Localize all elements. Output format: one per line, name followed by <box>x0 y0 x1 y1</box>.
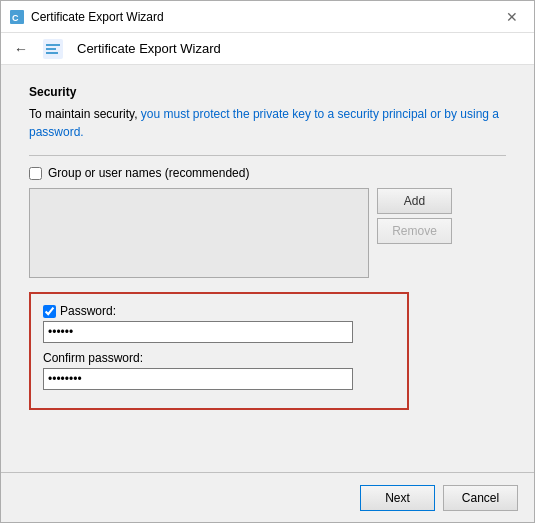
content-area: Security To maintain security, you must … <box>1 65 534 472</box>
footer: Next Cancel <box>1 472 534 522</box>
close-button[interactable]: ✕ <box>498 3 526 31</box>
section-title: Security <box>29 85 506 99</box>
group-checkbox[interactable] <box>29 167 42 180</box>
window-icon: C <box>9 9 25 25</box>
password-input[interactable] <box>43 321 353 343</box>
confirm-password-row: Confirm password: <box>43 351 395 390</box>
user-listbox[interactable] <box>29 188 369 278</box>
group-checkbox-row: Group or user names (recommended) <box>29 166 506 180</box>
remove-button[interactable]: Remove <box>377 218 452 244</box>
certificate-export-wizard-window: C Certificate Export Wizard ✕ ← Certific… <box>0 0 535 523</box>
listbox-buttons: Add Remove <box>377 188 452 244</box>
confirm-label-container: Confirm password: <box>43 351 395 365</box>
password-label: Password: <box>60 304 116 318</box>
next-button[interactable]: Next <box>360 485 435 511</box>
password-label-row: Password: <box>43 304 395 318</box>
desc-plain: To maintain security, <box>29 107 141 121</box>
nav-bar: ← Certificate Export Wizard <box>1 33 534 65</box>
group-checkbox-label: Group or user names (recommended) <box>48 166 249 180</box>
svg-rect-5 <box>46 52 58 54</box>
section-description: To maintain security, you must protect t… <box>29 105 506 141</box>
back-button[interactable]: ← <box>9 37 33 61</box>
divider <box>29 155 506 156</box>
svg-text:C: C <box>12 13 19 23</box>
nav-title: Certificate Export Wizard <box>77 41 221 56</box>
confirm-password-input[interactable] <box>43 368 353 390</box>
svg-rect-3 <box>46 44 60 46</box>
svg-rect-4 <box>46 48 56 50</box>
password-checkbox[interactable] <box>43 305 56 318</box>
listbox-area: Add Remove <box>29 188 506 278</box>
window-title: Certificate Export Wizard <box>31 10 498 24</box>
password-row: Password: <box>43 304 395 343</box>
confirm-label: Confirm password: <box>43 351 143 365</box>
cancel-button[interactable]: Cancel <box>443 485 518 511</box>
add-button[interactable]: Add <box>377 188 452 214</box>
password-section: Password: Confirm password: <box>29 292 409 410</box>
wizard-icon <box>41 37 65 61</box>
title-bar: C Certificate Export Wizard ✕ <box>1 1 534 33</box>
